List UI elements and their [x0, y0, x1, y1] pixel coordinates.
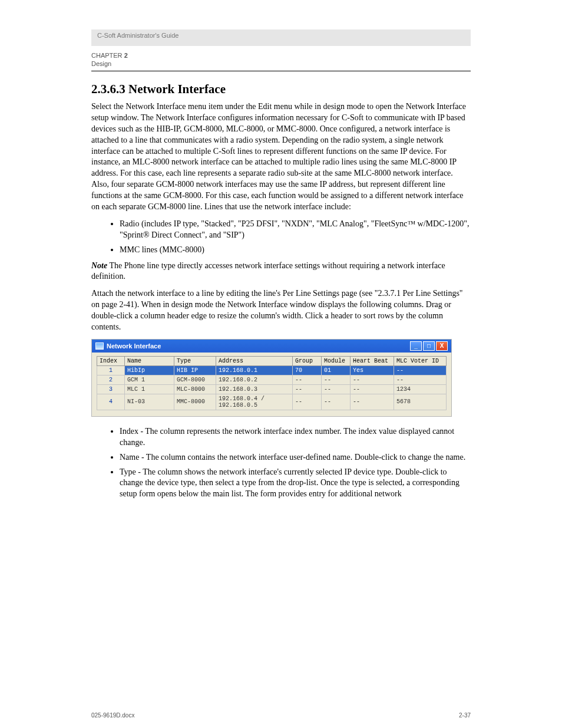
page-header: C-Soft Administrator's Guide — [91, 29, 471, 46]
paragraph-2: Attach the network interface to a line b… — [91, 288, 471, 333]
table-row[interactable]: 3 MLC 1 MLC-8000 192.168.0.3 -- -- -- 12… — [97, 384, 447, 394]
cell-index: 1 — [97, 365, 125, 375]
cell-module[interactable]: 01 — [322, 365, 351, 375]
note-label: Note — [91, 261, 107, 270]
page-footer: 025-9619D.docx 2-37 — [91, 712, 471, 719]
table-row[interactable]: 1 HibIp HIB IP 192.168.0.1 70 01 Yes -- — [97, 365, 447, 375]
cell-address[interactable]: 192.168.0.2 — [216, 375, 293, 384]
footer-left: 025-9619D.docx — [91, 712, 134, 719]
cell-group[interactable]: -- — [293, 384, 322, 394]
col-heartbeat[interactable]: Heart Beat — [351, 356, 394, 365]
footer-right: 2-37 — [459, 712, 471, 719]
table-row[interactable]: 4 NI-03 MMC-8000 192.168.0.4 / 192.168.0… — [97, 394, 447, 410]
cell-group[interactable]: -- — [293, 394, 322, 410]
cell-index: 3 — [97, 384, 125, 394]
cell-index: 2 — [97, 375, 125, 384]
cell-module[interactable]: -- — [322, 384, 351, 394]
cell-address[interactable]: 192.168.0.1 — [216, 365, 293, 375]
line-type-list: Radio (includes IP type, "Stacked", "P25… — [91, 219, 471, 256]
col-group[interactable]: Group — [293, 356, 322, 365]
window-body: Index Name Type Address Group Module Hea… — [92, 353, 451, 416]
table-header-row[interactable]: Index Name Type Address Group Module Hea… — [97, 356, 447, 365]
cell-index: 4 — [97, 394, 125, 410]
cell-mlc[interactable]: -- — [394, 365, 447, 375]
cell-group[interactable]: 70 — [293, 365, 322, 375]
cell-name[interactable]: GCM 1 — [125, 375, 174, 384]
section-label: Design — [91, 60, 471, 67]
cell-module[interactable]: -- — [322, 375, 351, 384]
window-title: Network Interface — [107, 342, 161, 350]
cell-name[interactable]: MLC 1 — [125, 384, 174, 394]
note-text: The Phone line type directly accesses ne… — [91, 261, 445, 281]
col-address[interactable]: Address — [216, 356, 293, 365]
cell-type[interactable]: MMC-8000 — [174, 394, 216, 410]
cell-type[interactable]: HIB IP — [174, 365, 216, 375]
window-buttons: _ □ X — [410, 341, 448, 351]
col-module[interactable]: Module — [322, 356, 351, 365]
note-paragraph: Note The Phone line type directly access… — [91, 261, 471, 283]
list-item: Name - The column contains the network i… — [120, 452, 471, 463]
cell-address[interactable]: 192.168.0.3 — [216, 384, 293, 394]
cell-type[interactable]: GCM-8000 — [174, 375, 216, 384]
cell-heartbeat[interactable]: Yes — [351, 365, 394, 375]
network-interface-window: Network Interface _ □ X Index Name Type … — [91, 339, 452, 417]
paragraph-1: Select the Network Interface menu item u… — [91, 101, 471, 213]
col-mlc-voter[interactable]: MLC Voter ID — [394, 356, 447, 365]
cell-type[interactable]: MLC-8000 — [174, 384, 216, 394]
window-titlebar: Network Interface _ □ X — [92, 340, 451, 353]
cell-group[interactable]: -- — [293, 375, 322, 384]
cell-heartbeat[interactable]: -- — [351, 375, 394, 384]
list-item: Type - The column shows the network inte… — [120, 467, 471, 500]
list-item: MMC lines (MMC-8000) — [120, 245, 471, 256]
close-button[interactable]: X — [436, 341, 448, 351]
cell-heartbeat[interactable]: -- — [351, 384, 394, 394]
cell-address[interactable]: 192.168.0.4 / 192.168.0.5 — [216, 394, 293, 410]
window-icon — [95, 342, 104, 350]
cell-module[interactable]: -- — [322, 394, 351, 410]
cell-name[interactable]: HibIp — [125, 365, 174, 375]
list-item: Index - The column represents the networ… — [120, 426, 471, 449]
cell-heartbeat[interactable]: -- — [351, 394, 394, 410]
minimize-button[interactable]: _ — [410, 341, 422, 351]
column-description-list: Index - The column represents the networ… — [91, 426, 471, 500]
section-title: 2.3.6.3 Network Interface — [91, 82, 471, 97]
list-item: Radio (includes IP type, "Stacked", "P25… — [120, 219, 471, 241]
table-row[interactable]: 2 GCM 1 GCM-8000 192.168.0.2 -- -- -- -- — [97, 375, 447, 384]
chapter-label: CHAPTER 2 — [91, 52, 471, 59]
col-index[interactable]: Index — [97, 356, 125, 365]
maximize-button[interactable]: □ — [423, 341, 435, 351]
cell-mlc[interactable]: 5678 — [394, 394, 447, 410]
cell-name[interactable]: NI-03 — [125, 394, 174, 410]
header-rule — [91, 71, 471, 71]
network-interface-table[interactable]: Index Name Type Address Group Module Hea… — [97, 356, 447, 410]
col-type[interactable]: Type — [174, 356, 216, 365]
cell-mlc[interactable]: 1234 — [394, 384, 447, 394]
cell-mlc[interactable]: -- — [394, 375, 447, 384]
header-left: C-Soft Administrator's Guide — [97, 32, 178, 44]
col-name[interactable]: Name — [125, 356, 174, 365]
